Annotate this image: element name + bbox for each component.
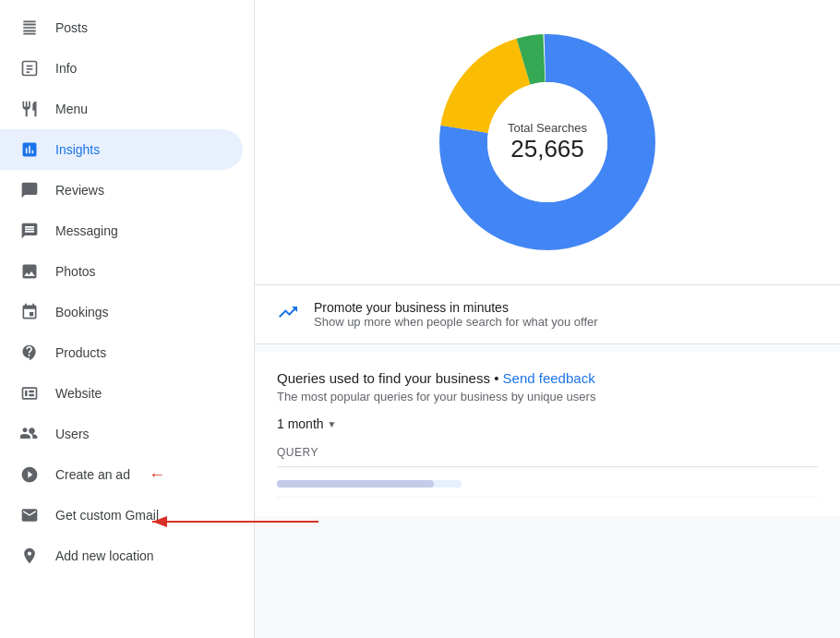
messaging-icon bbox=[18, 220, 41, 242]
promote-text: Promote your business in minutes Show up… bbox=[314, 300, 598, 329]
bookings-icon bbox=[18, 301, 41, 323]
website-icon bbox=[18, 382, 41, 404]
sidebar-item-label-photos: Photos bbox=[55, 264, 96, 279]
sidebar-item-label-users: Users bbox=[55, 427, 90, 441]
menu-icon bbox=[18, 98, 41, 120]
query-row-1 bbox=[277, 467, 818, 498]
sidebar-item-label-website: Website bbox=[55, 386, 102, 401]
query-bar-1 bbox=[277, 480, 434, 488]
total-searches-value: 25,665 bbox=[508, 135, 587, 163]
donut-chart: Total Searches 25,665 bbox=[427, 22, 667, 262]
queries-header-text: Queries used to find your business bbox=[277, 370, 490, 386]
month-dropdown-icon: ▼ bbox=[328, 419, 337, 429]
sidebar-item-website[interactable]: Website bbox=[0, 373, 243, 414]
sidebar-item-messaging[interactable]: Messaging bbox=[0, 211, 243, 251]
sidebar-item-reviews[interactable]: Reviews bbox=[0, 170, 243, 211]
sidebar-item-label-products: Products bbox=[55, 345, 106, 360]
sidebar-item-get-custom-gmail[interactable]: Get custom Gmail bbox=[0, 495, 243, 536]
promote-icon bbox=[277, 301, 299, 329]
sidebar-item-label-insights: Insights bbox=[55, 142, 100, 157]
sidebar-item-create-an-ad[interactable]: Create an ad ← bbox=[0, 454, 243, 495]
gmail-icon bbox=[18, 504, 41, 526]
queries-table-header: Query bbox=[277, 446, 818, 467]
queries-separator: • bbox=[494, 370, 502, 386]
sidebar: Posts Info Menu Insights Reviews Messagi… bbox=[0, 0, 255, 638]
sidebar-item-label-bookings: Bookings bbox=[55, 305, 109, 319]
sidebar-item-add-new-location[interactable]: Add new location bbox=[0, 536, 243, 576]
promote-section: Promote your business in minutes Show up… bbox=[255, 285, 840, 344]
sidebar-item-label-location: Add new location bbox=[55, 548, 154, 563]
queries-section: Queries used to find your business • Sen… bbox=[255, 352, 840, 516]
queries-header: Queries used to find your business • Sen… bbox=[277, 370, 818, 386]
create-ad-arrow: ← bbox=[149, 465, 165, 485]
sidebar-item-label-reviews: Reviews bbox=[55, 183, 104, 198]
donut-center-text: Total Searches 25,665 bbox=[508, 121, 587, 163]
send-feedback-link[interactable]: Send feedback bbox=[503, 370, 595, 386]
posts-icon bbox=[18, 17, 41, 39]
month-selector[interactable]: 1 month ▼ bbox=[277, 416, 818, 431]
products-icon bbox=[18, 342, 41, 364]
sidebar-item-products[interactable]: Products bbox=[0, 332, 243, 373]
photos-icon bbox=[18, 260, 41, 283]
reviews-icon bbox=[18, 179, 41, 201]
query-bar-container-1 bbox=[277, 480, 462, 488]
users-icon bbox=[18, 423, 41, 445]
insights-icon bbox=[18, 138, 41, 161]
info-icon bbox=[18, 57, 41, 79]
sidebar-item-bookings[interactable]: Bookings bbox=[0, 292, 243, 332]
sidebar-item-users[interactable]: Users bbox=[0, 414, 243, 454]
sidebar-item-label-gmail: Get custom Gmail bbox=[55, 508, 159, 523]
chart-section: Total Searches 25,665 bbox=[255, 0, 840, 285]
main-content: Total Searches 25,665 Promote your busin… bbox=[255, 0, 840, 638]
total-searches-label: Total Searches bbox=[508, 121, 587, 135]
svg-rect-5 bbox=[29, 391, 34, 393]
create-ad-icon bbox=[18, 463, 41, 486]
sidebar-item-photos[interactable]: Photos bbox=[0, 251, 243, 292]
month-label: 1 month bbox=[277, 416, 324, 431]
queries-subtitle: The most popular queries for your busine… bbox=[277, 390, 818, 403]
sidebar-item-info[interactable]: Info bbox=[0, 48, 243, 89]
sidebar-item-label-menu: Menu bbox=[55, 102, 88, 116]
svg-rect-6 bbox=[29, 394, 34, 397]
promote-title: Promote your business in minutes bbox=[314, 300, 598, 315]
sidebar-item-insights[interactable]: Insights bbox=[0, 129, 243, 170]
sidebar-item-label-posts: Posts bbox=[55, 20, 88, 35]
sidebar-item-label-create-an-ad: Create an ad bbox=[55, 467, 130, 482]
promote-subtitle: Show up more when people search for what… bbox=[314, 315, 598, 329]
location-icon bbox=[18, 545, 41, 567]
sidebar-item-menu[interactable]: Menu bbox=[0, 89, 243, 129]
sidebar-item-label-messaging: Messaging bbox=[55, 223, 118, 238]
sidebar-item-posts[interactable]: Posts bbox=[0, 7, 243, 48]
svg-rect-4 bbox=[25, 391, 28, 397]
sidebar-item-label-info: Info bbox=[55, 61, 77, 76]
